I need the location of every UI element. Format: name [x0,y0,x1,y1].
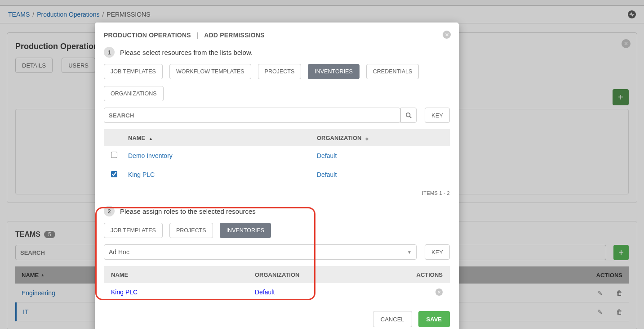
chevron-down-icon: ▼ [407,250,412,255]
assigned-name[interactable]: King PLC [111,288,138,296]
sort-icon[interactable]: ◆ [365,136,369,141]
tab-workflow-templates[interactable]: WORKFLOW TEMPLATES [169,64,251,79]
step2-text: Please assign roles to the selected reso… [120,207,256,215]
table2-header-org: ORGANIZATION [255,271,402,278]
table-row: Demo Inventory Default [104,146,450,165]
modal-crumb-current: ADD PERMISSIONS [204,32,264,39]
key-button-2[interactable]: KEY [425,244,450,260]
key-button[interactable]: KEY [425,108,450,123]
inventory-link[interactable]: King PLC [128,171,155,178]
table2-header-actions: ACTIONS [402,271,443,278]
role-tab-inventories[interactable]: INVENTORIES [220,223,271,238]
sort-caret-icon[interactable]: ▲ [149,136,153,141]
search-icon[interactable] [400,108,417,123]
table1-header-org: ORGANIZATION [317,135,361,141]
inventory-link[interactable]: Demo Inventory [128,152,173,159]
tab-projects[interactable]: PROJECTS [258,64,302,79]
items-count: ITEMS 1 - 2 [104,190,450,196]
org-link[interactable]: Default [317,152,337,159]
remove-icon[interactable]: ✕ [435,288,443,296]
tab-credentials[interactable]: CREDENTIALS [366,64,419,79]
cancel-button[interactable]: CANCEL [373,311,412,327]
svg-point-0 [406,113,410,117]
step-badge-2: 2 [104,206,115,216]
tab-job-templates[interactable]: JOB TEMPLATES [104,64,163,79]
close-icon[interactable]: ✕ [443,31,451,39]
role-tab-projects[interactable]: PROJECTS [169,223,213,238]
row-checkbox[interactable] [111,152,117,158]
modal-crumb-parent: PRODUCTION OPERATIONS [104,32,191,39]
role-select-value: Ad Hoc [109,248,129,256]
role-tab-job-templates[interactable]: JOB TEMPLATES [104,223,163,238]
modal-search-input[interactable] [104,108,400,123]
row-checkbox[interactable] [111,171,117,177]
org-link[interactable]: Default [317,171,337,178]
table-row: King PLC Default ✕ [104,283,450,301]
assigned-org[interactable]: Default [255,288,275,296]
table1-header-name: NAME [128,135,145,141]
svg-line-1 [410,117,412,118]
tab-organizations[interactable]: ORGANIZATIONS [104,86,164,101]
tab-inventories[interactable]: INVENTORIES [308,64,360,79]
save-button[interactable]: SAVE [418,311,450,327]
step1-text: Please select resources from the lists b… [120,49,253,56]
role-select-dropdown[interactable]: Ad Hoc ▼ [104,244,417,260]
table-row: King PLC Default [104,165,450,184]
add-permissions-modal: ✕ PRODUCTION OPERATIONS | ADD PERMISSION… [95,23,459,329]
table2-header-name: NAME [111,271,255,278]
step-badge-1: 1 [104,47,115,58]
